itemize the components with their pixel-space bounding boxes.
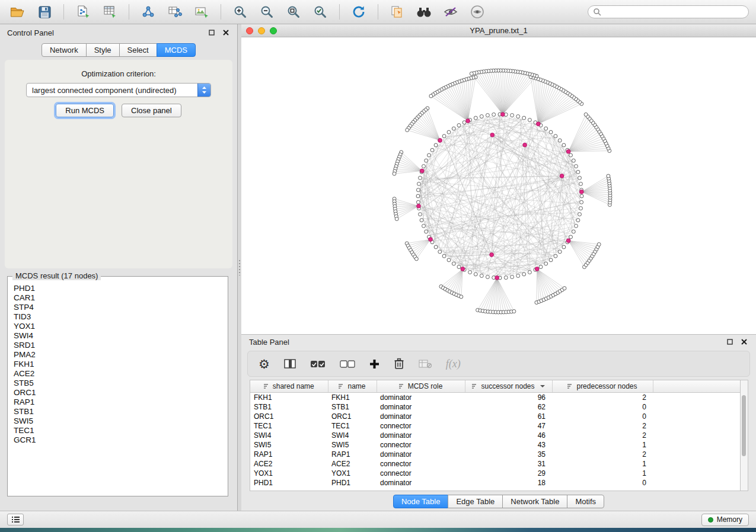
- column-sort-icon: [567, 383, 573, 389]
- column-header-MCDS-role[interactable]: MCDS role: [377, 380, 465, 393]
- import-table-disabled-button: [419, 359, 432, 368]
- tab-select[interactable]: Select: [119, 43, 157, 57]
- memory-button[interactable]: Memory: [701, 514, 749, 526]
- float-window-icon: [727, 339, 733, 345]
- sort-caret-icon: [540, 385, 545, 390]
- table-panel-tabs: Node TableEdge TableNetwork TableMotifs: [241, 495, 756, 508]
- mcds-result-item[interactable]: SRD1: [14, 341, 222, 350]
- tab-network[interactable]: Network: [42, 43, 87, 57]
- criterion-dropdown[interactable]: largest connected component (undirected): [26, 83, 211, 97]
- table-row[interactable]: PHD1PHD1dominator180: [250, 478, 741, 488]
- run-mcds-button[interactable]: Run MCDS: [56, 104, 114, 117]
- search-input[interactable]: [604, 7, 744, 17]
- mcds-result-item[interactable]: SWI4: [14, 331, 222, 341]
- tab-style[interactable]: Style: [86, 43, 120, 57]
- zoom-fit-button[interactable]: [283, 2, 304, 21]
- column-header-shared-name[interactable]: shared name: [250, 380, 328, 393]
- table-row[interactable]: FKH1FKH1dominator962: [250, 393, 741, 403]
- table-settings-button[interactable]: ⚙︎: [259, 358, 270, 370]
- copy-document-button[interactable]: [387, 2, 408, 21]
- table-scrollbar[interactable]: [741, 380, 748, 491]
- mcds-result-item[interactable]: STB5: [14, 379, 222, 388]
- mcds-result-item[interactable]: FKH1: [14, 360, 222, 369]
- mcds-result-item[interactable]: ORC1: [14, 388, 222, 398]
- column-header-successor-nodes[interactable]: successor nodes: [465, 380, 552, 393]
- eye-icon: [470, 5, 484, 19]
- import-table-icon: [103, 5, 117, 18]
- tab-node-table[interactable]: Node Table: [393, 495, 449, 508]
- float-panel-button[interactable]: [208, 28, 216, 37]
- table-row[interactable]: ORC1ORC1dominator610: [250, 412, 741, 421]
- deselect-all-button[interactable]: [340, 360, 355, 368]
- tab-mcds[interactable]: MCDS: [157, 43, 196, 57]
- import-network-button[interactable]: [72, 2, 94, 21]
- select-all-button[interactable]: [310, 360, 326, 368]
- table-row[interactable]: TEC1TEC1connector472: [250, 421, 741, 431]
- table-panel: Table Panel ⚙︎ f(x) shared namenameMCDS …: [241, 334, 756, 511]
- network-canvas[interactable]: [241, 37, 756, 334]
- mcds-result-item[interactable]: GCR1: [14, 435, 222, 445]
- table-row[interactable]: ACE2ACE2connector311: [250, 459, 741, 469]
- show-columns-button[interactable]: [284, 359, 296, 368]
- mcds-result-item[interactable]: SWI5: [14, 416, 222, 426]
- mcds-result-item[interactable]: YOX1: [14, 322, 222, 331]
- scrollbar-thumb[interactable]: [742, 395, 746, 456]
- hide-selected-button[interactable]: [440, 2, 461, 21]
- delete-column-button[interactable]: [394, 358, 404, 370]
- close-table-panel-button[interactable]: [740, 338, 748, 346]
- zoom-out-button[interactable]: [256, 2, 277, 21]
- zoom-in-button[interactable]: [229, 2, 251, 21]
- task-history-button[interactable]: [7, 514, 24, 525]
- open-file-button[interactable]: [7, 2, 28, 21]
- function-builder-button: f(x): [446, 358, 461, 370]
- zoom-fit-icon: [286, 5, 301, 19]
- table-row[interactable]: YOX1YOX1connector291: [250, 469, 741, 478]
- mcds-result-item[interactable]: RAP1: [14, 398, 222, 407]
- splitter-grip-icon: [239, 260, 240, 275]
- import-table-button[interactable]: [99, 2, 120, 21]
- create-column-button[interactable]: [369, 359, 379, 369]
- column-header-predecessor-nodes[interactable]: predecessor nodes: [552, 380, 653, 393]
- mcds-result-item[interactable]: TID3: [14, 312, 222, 322]
- table-row[interactable]: SWI4SWI4dominator462: [250, 431, 741, 440]
- table-row[interactable]: STB1STB1dominator620: [250, 402, 741, 412]
- show-all-button[interactable]: [467, 2, 488, 21]
- network-graph: [241, 37, 756, 334]
- tab-edge-table[interactable]: Edge Table: [448, 495, 503, 508]
- table-toolbar: ⚙︎ f(x): [247, 351, 750, 377]
- float-table-panel-button[interactable]: [726, 338, 734, 346]
- mcds-result-item[interactable]: PMA2: [14, 350, 222, 360]
- criterion-value: largest connected component (undirected): [27, 86, 197, 95]
- mcds-result-item[interactable]: PHD1: [14, 284, 222, 293]
- save-icon: [39, 6, 51, 18]
- zoom-selected-icon: [313, 5, 327, 19]
- mcds-result-item[interactable]: STP4: [14, 303, 222, 312]
- export-image-button[interactable]: [191, 2, 212, 21]
- table-panel-title: Table Panel: [249, 338, 289, 347]
- mcds-result-item[interactable]: ACE2: [14, 369, 222, 379]
- search-box[interactable]: [588, 5, 749, 18]
- trash-icon: [394, 358, 404, 370]
- close-panel-button[interactable]: Close panel: [122, 104, 181, 117]
- memory-status-icon: [708, 517, 713, 523]
- column-header-name[interactable]: name: [328, 380, 377, 393]
- mcds-result-item[interactable]: TEC1: [14, 426, 222, 435]
- zoom-selected-button[interactable]: [310, 2, 331, 21]
- close-icon: [223, 30, 229, 36]
- close-control-panel-button[interactable]: [222, 28, 230, 37]
- save-session-button[interactable]: [34, 2, 55, 21]
- network-from-table-button[interactable]: [164, 2, 186, 21]
- new-network-button[interactable]: [138, 2, 159, 21]
- mcds-result-item[interactable]: CAR1: [14, 293, 222, 303]
- tab-motifs[interactable]: Motifs: [567, 495, 604, 508]
- table-row[interactable]: SWI5SWI5connector431: [250, 440, 741, 450]
- tab-network-table[interactable]: Network Table: [502, 495, 567, 508]
- columns-icon: [284, 359, 296, 368]
- table-row[interactable]: RAP1RAP1dominator352: [250, 450, 741, 459]
- column-sort-icon: [399, 383, 405, 389]
- eye-slash-icon: [444, 7, 458, 17]
- search-network-button[interactable]: [413, 2, 435, 21]
- refresh-view-button[interactable]: [348, 2, 369, 21]
- mcds-result-item[interactable]: STB1: [14, 407, 222, 416]
- export-image-icon: [194, 5, 209, 18]
